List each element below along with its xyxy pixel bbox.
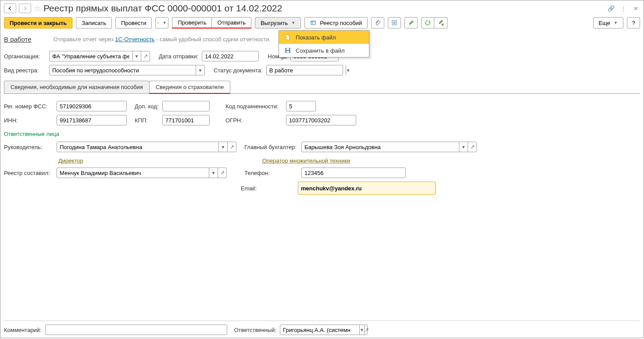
comment-label: Комментарий: xyxy=(4,327,42,333)
kpp-label: КПП: xyxy=(135,117,159,124)
author-label: Реестр составил: xyxy=(4,170,53,176)
close-icon[interactable]: ✕ xyxy=(631,4,640,13)
chevron-down-icon[interactable]: ▼ xyxy=(132,51,141,61)
responsible-label: Ответственный: xyxy=(234,327,276,333)
info-text: Отправьте отчет через 1С-Отчетность - са… xyxy=(54,36,271,43)
sub-label: Код подчиненности: xyxy=(225,103,283,110)
reg-field[interactable] xyxy=(57,101,127,111)
edit-cancel-button[interactable] xyxy=(434,17,447,29)
inn-field[interactable] xyxy=(57,115,127,125)
date-field[interactable]: 📅 xyxy=(202,51,259,61)
kebab-icon[interactable]: ⋮ xyxy=(619,4,628,13)
menu-show-file[interactable]: Показать файл xyxy=(279,31,369,44)
create-based-on-button[interactable]: ▼ xyxy=(155,17,168,29)
menu-save-file[interactable]: Сохранить в файл xyxy=(279,44,369,57)
open-icon[interactable]: ↗ xyxy=(364,325,369,335)
email-field[interactable] xyxy=(298,182,436,195)
tab-assignment-info[interactable]: Сведения, необходимые для назначения пос… xyxy=(4,81,150,93)
responsible-field[interactable]: ▼ ↗ xyxy=(280,325,368,335)
1c-reporting-link[interactable]: 1С-Отчетность xyxy=(115,36,154,43)
persons-section-title: Ответственные лица xyxy=(4,127,640,140)
chevron-down-icon[interactable]: ▼ xyxy=(359,325,364,335)
chevron-down-icon[interactable]: ▼ xyxy=(459,142,468,152)
phone-label: Телефон: xyxy=(244,170,298,176)
status-field[interactable]: ▼ xyxy=(266,65,343,75)
chevron-down-icon[interactable]: ▼ xyxy=(218,142,227,152)
registry-button[interactable]: Реестр пособий xyxy=(304,17,368,29)
dop-field[interactable] xyxy=(162,101,210,111)
author-field[interactable]: ▼ ↗ xyxy=(57,168,227,178)
file-icon xyxy=(284,34,291,41)
export-button[interactable]: Выгрузить ▼ xyxy=(255,17,301,29)
sub-field[interactable] xyxy=(286,101,316,111)
check-button[interactable]: Проверить xyxy=(172,17,212,29)
open-icon[interactable]: ↗ xyxy=(468,142,476,152)
org-label: Организация: xyxy=(4,53,46,60)
kpp-field[interactable] xyxy=(162,115,210,125)
save-icon xyxy=(284,47,291,54)
head-role-link[interactable]: Директор xyxy=(58,157,83,164)
svg-rect-6 xyxy=(286,51,289,53)
status-label: Статус документа: xyxy=(214,67,263,74)
list-button[interactable] xyxy=(388,17,401,29)
link-icon[interactable]: 🔗 xyxy=(607,4,615,13)
head-field[interactable]: ▼ ↗ xyxy=(57,142,236,152)
more-button[interactable]: Еще ▼ xyxy=(593,17,623,29)
open-icon[interactable]: ↗ xyxy=(227,142,236,152)
svg-rect-2 xyxy=(311,21,315,25)
svg-rect-5 xyxy=(286,48,289,50)
org-field[interactable]: ▼ ↗ xyxy=(49,51,150,61)
dop-label: Доп. код: xyxy=(135,103,159,110)
export-dropdown: Показать файл Сохранить в файл xyxy=(279,30,369,57)
chevron-down-icon[interactable]: ▼ xyxy=(196,65,204,75)
accountant-field[interactable]: ▼ ↗ xyxy=(301,142,477,152)
edit-button[interactable] xyxy=(404,17,418,29)
favorite-icon[interactable]: ☆ xyxy=(34,4,41,13)
forward-button[interactable] xyxy=(19,4,31,13)
comment-field[interactable] xyxy=(45,325,227,335)
back-button[interactable] xyxy=(4,4,16,13)
chevron-down-icon[interactable]: ▼ xyxy=(346,65,351,75)
refresh-button[interactable] xyxy=(421,17,434,29)
inn-label: ИНН: xyxy=(4,117,53,124)
reg-label: Рег. номер ФСС: xyxy=(4,103,53,110)
accountant-role-link[interactable]: Оператор множительной техники xyxy=(262,157,350,164)
email-label: Email: xyxy=(241,185,294,192)
attach-button[interactable] xyxy=(371,17,384,29)
page-title: Реестр прямых выплат ФСС 0000-000001 от … xyxy=(43,3,604,14)
phone-field[interactable] xyxy=(301,168,406,178)
type-field[interactable]: ▼ xyxy=(49,65,205,75)
post-button[interactable]: Провести xyxy=(115,17,152,29)
post-and-close-button[interactable]: Провести и закрыть xyxy=(4,17,72,29)
open-icon[interactable]: ↗ xyxy=(218,168,226,178)
help-button[interactable]: ? xyxy=(627,17,640,29)
date-label: Дата отправки: xyxy=(159,53,198,60)
status-link[interactable]: В работе xyxy=(4,36,32,43)
ogrn-field[interactable] xyxy=(286,115,356,125)
type-label: Вид реестра: xyxy=(4,67,46,74)
head-label: Руководитель: xyxy=(4,144,53,150)
send-button[interactable]: Отправить xyxy=(212,17,251,29)
accountant-label: Главный бухгалтер: xyxy=(244,144,298,150)
chevron-down-icon[interactable]: ▼ xyxy=(209,168,218,178)
ogrn-label: ОГРН: xyxy=(225,117,283,124)
write-button[interactable]: Записать xyxy=(76,17,112,29)
open-icon[interactable]: ↗ xyxy=(141,51,150,61)
tab-insurer-info[interactable]: Сведения о страхователе xyxy=(149,81,230,94)
